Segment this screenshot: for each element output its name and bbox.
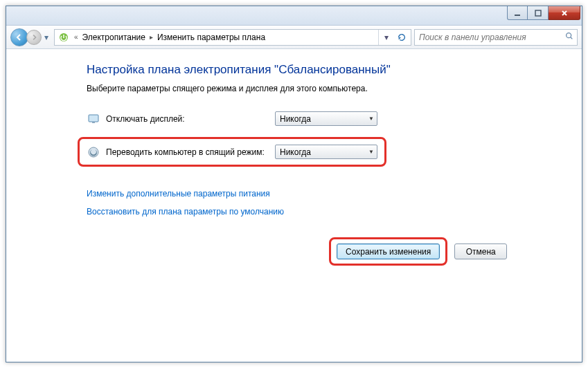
history-dropdown-button[interactable]: ▾: [42, 30, 51, 44]
minimize-button[interactable]: [507, 6, 528, 20]
search-box[interactable]: [414, 29, 578, 46]
power-plan-icon: [57, 31, 70, 44]
search-input[interactable]: [418, 32, 564, 43]
breadcrumb-up-icon[interactable]: «: [71, 33, 81, 41]
titlebar: [6, 6, 582, 26]
display-off-value: Никогда: [280, 114, 311, 124]
svg-point-3: [567, 33, 571, 38]
window-controls: [507, 6, 580, 20]
forward-button[interactable]: [26, 30, 42, 45]
chevron-right-icon: ▸: [147, 33, 156, 41]
svg-rect-5: [92, 122, 95, 123]
link-advanced-settings[interactable]: Изменить дополнительные параметры питани…: [87, 189, 582, 199]
sleep-dropdown[interactable]: Никогда ▼: [275, 145, 377, 159]
svg-rect-4: [89, 115, 98, 122]
breadcrumb-root[interactable]: Электропитание: [81, 33, 147, 42]
page-title: Настройка плана электропитания "Сбаланси…: [87, 63, 582, 77]
chevron-down-icon: ▼: [368, 116, 374, 122]
close-button[interactable]: [549, 6, 580, 20]
sleep-label: Переводить компьютер в спящий режим:: [106, 147, 275, 157]
sleep-icon: [87, 145, 100, 159]
highlight-save-button: Сохранить изменения: [329, 237, 447, 266]
display-off-label: Отключать дисплей:: [106, 114, 275, 124]
window: ▾ « Электропитание ▸ Изменить параметры …: [6, 6, 582, 362]
link-restore-defaults[interactable]: Восстановить для плана параметры по умол…: [87, 207, 582, 217]
breadcrumb-dropdown-button[interactable]: ▾: [379, 30, 394, 45]
search-icon[interactable]: [564, 31, 574, 43]
save-button[interactable]: Сохранить изменения: [337, 243, 440, 259]
breadcrumb-current[interactable]: Изменить параметры плана: [156, 33, 267, 42]
chevron-down-icon: ▼: [368, 149, 374, 155]
content-area: Настройка плана электропитания "Сбаланси…: [6, 49, 582, 362]
maximize-button[interactable]: [528, 6, 549, 20]
setting-row-display: Отключать дисплей: Никогда ▼: [87, 111, 582, 126]
display-off-dropdown[interactable]: Никогда ▼: [275, 111, 377, 126]
breadcrumb[interactable]: « Электропитание ▸ Изменить параметры пл…: [54, 29, 411, 46]
page-subheading: Выберите параметры спящего режима и дисп…: [87, 84, 582, 93]
sleep-value: Никогда: [280, 147, 311, 157]
refresh-button[interactable]: [394, 30, 409, 45]
links-section: Изменить дополнительные параметры питани…: [87, 189, 582, 217]
display-icon: [87, 112, 100, 126]
svg-rect-0: [515, 15, 520, 16]
nav-row: ▾ « Электропитание ▸ Изменить параметры …: [6, 26, 582, 49]
cancel-button[interactable]: Отмена: [454, 243, 507, 259]
highlight-sleep-row: Переводить компьютер в спящий режим: Ник…: [78, 137, 386, 167]
nav-buttons: ▾: [10, 28, 51, 46]
svg-rect-1: [535, 10, 541, 16]
button-row: Сохранить изменения Отмена: [87, 237, 582, 266]
